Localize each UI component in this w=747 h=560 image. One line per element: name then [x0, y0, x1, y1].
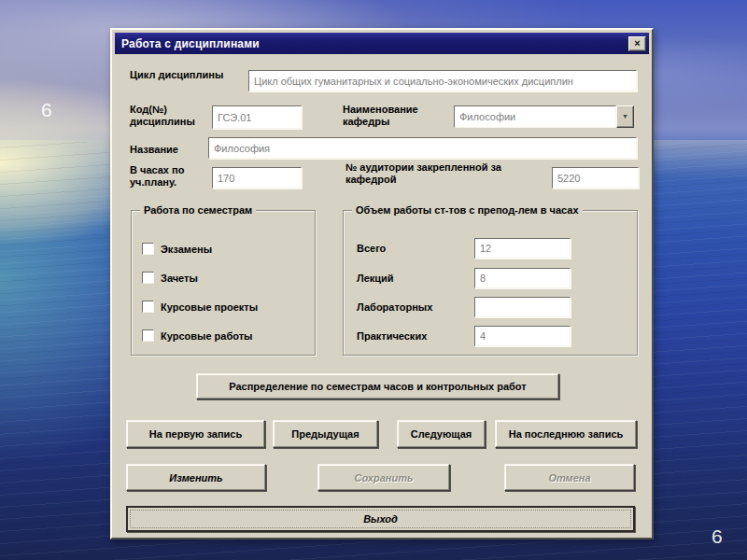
cancel-button: Отмена: [504, 464, 635, 491]
checkbox-credits-label: Зачеты: [161, 273, 198, 284]
dialog-titlebar[interactable]: Работа с дисциплинами ×: [115, 33, 649, 54]
slide-number-left: 6: [41, 99, 52, 121]
checkbox-course-projects-label: Курсовые проекты: [161, 301, 258, 313]
distribution-button[interactable]: Распределение по семестрам часов и контр…: [196, 373, 559, 399]
checkbox-exams-label: Экзамены: [161, 244, 212, 255]
total-input[interactable]: [474, 238, 571, 259]
department-value[interactable]: [454, 105, 616, 128]
total-label: Всего: [357, 243, 386, 255]
hours-input[interactable]: [212, 167, 302, 189]
first-record-button[interactable]: На первую запись: [126, 420, 265, 448]
checkbox-row-credits[interactable]: Зачеты: [142, 272, 198, 284]
focus-rectangle: [130, 510, 631, 528]
lectures-input[interactable]: [474, 268, 571, 288]
name-input[interactable]: [208, 137, 637, 159]
code-input[interactable]: [212, 105, 302, 129]
lectures-label: Лекций: [357, 273, 394, 285]
practical-input[interactable]: [474, 326, 571, 346]
volume-group-title: Объем работы ст-тов с препод-лем в часах: [352, 204, 583, 216]
exit-button[interactable]: Выход: [126, 506, 635, 532]
last-record-button[interactable]: На последнюю запись: [495, 420, 637, 448]
checkbox-course-works-label: Курсовые работы: [161, 330, 252, 342]
checkbox-row-exams[interactable]: Экзамены: [142, 243, 212, 255]
checkbox-exams[interactable]: [142, 243, 154, 255]
cycle-label: Цикл дисциплины: [130, 69, 223, 81]
checkbox-course-projects[interactable]: [142, 301, 154, 313]
semester-groupbox: Работа по семестрам Экзамены Зачеты Курс…: [131, 210, 316, 356]
labs-input[interactable]: [474, 297, 571, 317]
hours-label: В часах по уч.плану.: [130, 164, 204, 189]
next-button[interactable]: Следующая: [397, 420, 486, 448]
practical-label: Практических: [357, 330, 427, 343]
checkbox-row-course-works[interactable]: Курсовые работы: [142, 329, 252, 342]
chevron-down-icon[interactable]: ▼: [616, 105, 634, 128]
semester-group-title: Работа по семестрам: [140, 204, 256, 216]
checkbox-credits[interactable]: [142, 272, 154, 284]
checkbox-row-course-projects[interactable]: Курсовые проекты: [142, 301, 258, 313]
save-button: Сохранить: [317, 464, 450, 491]
department-label: Наименование кафедры: [343, 104, 445, 128]
dialog-title: Работа с дисциплинами: [121, 37, 628, 50]
labs-label: Лабораторных: [357, 301, 432, 314]
edit-button[interactable]: Изменить: [126, 464, 266, 491]
checkbox-course-works[interactable]: [142, 329, 154, 342]
slide-number-right: 6: [712, 525, 723, 548]
volume-groupbox: Объем работы ст-тов с препод-лем в часах…: [343, 210, 638, 356]
disciplines-dialog: Работа с дисциплинами × Цикл дисциплины …: [110, 28, 654, 539]
cycle-input[interactable]: [248, 70, 637, 91]
room-input[interactable]: [552, 167, 639, 189]
close-icon[interactable]: ×: [628, 36, 646, 51]
name-label: Название: [130, 144, 178, 156]
previous-button[interactable]: Предыдущая: [273, 420, 378, 448]
room-label: № аудитории закрепленной за кафедрой: [345, 161, 546, 186]
code-label: Код(№) дисциплины: [130, 104, 208, 128]
department-combobox[interactable]: ▼: [454, 105, 634, 128]
